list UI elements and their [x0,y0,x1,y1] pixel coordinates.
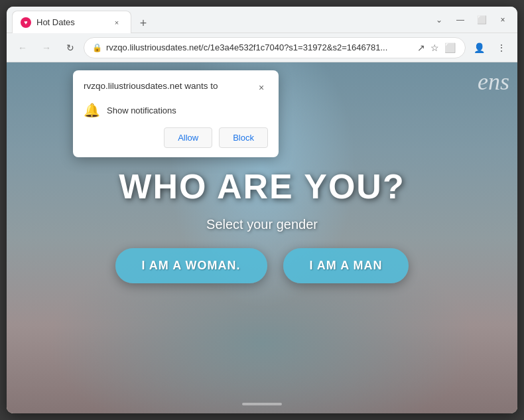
popup-action-buttons: Allow Block [84,127,268,148]
nav-bar: ← → ↻ 🔒 rvzqo.lilustriousdates.net/c/1e3… [7,33,517,62]
share-icon[interactable]: ↗ [416,41,426,54]
address-bar[interactable]: 🔒 rvzqo.lilustriousdates.net/c/1e3a4e532… [84,37,466,58]
popup-title: rvzqo.lilustriousdates.net wants to [84,81,255,91]
tab-title: Hot Dates [36,17,105,27]
notification-row-text: Show notifications [107,105,176,115]
new-tab-button[interactable]: + [134,14,153,33]
woman-button[interactable]: I AM A WOMAN. [115,248,267,283]
tab-favicon: ♥ [21,17,31,28]
window-controls: ⌄ — ⬜ × [430,11,512,29]
tab-area: ♥ Hot Dates × + [12,7,427,33]
popup-notification-row: 🔔 Show notifications [84,102,268,118]
bookmark-icon[interactable]: ☆ [429,41,440,54]
back-button[interactable]: ← [12,37,33,58]
address-text: rvzqo.lilustriousdates.net/c/1e3a4e532f1… [106,42,412,52]
address-icons: ↗ ☆ ⬜ [416,41,457,54]
popup-header: rvzqo.lilustriousdates.net wants to × [84,81,268,94]
menu-button[interactable]: ⋮ [491,37,512,58]
close-window-button[interactable]: × [493,11,512,29]
nav-extra-buttons: 👤 ⋮ [468,37,512,58]
lock-icon: 🔒 [92,43,102,52]
minimize-button[interactable]: — [451,11,470,29]
gender-buttons: I AM A WOMAN. I AM A MAN [115,248,409,283]
forward-button[interactable]: → [36,37,57,58]
browser-window: ♥ Hot Dates × + ⌄ — ⬜ × ← → ↻ 🔒 rvzqo.li… [7,7,517,413]
scroll-indicator [242,403,282,405]
notification-popup: rvzqo.lilustriousdates.net wants to × 🔔 … [73,70,279,157]
active-tab[interactable]: ♥ Hot Dates × [12,11,131,33]
page-subheading: Select your gender [206,217,318,232]
bell-icon: 🔔 [84,102,100,118]
profile-button[interactable]: 👤 [468,37,490,58]
reload-button[interactable]: ↻ [60,37,81,58]
allow-button[interactable]: Allow [164,127,212,148]
chevron-down-icon[interactable]: ⌄ [430,11,448,29]
tab-search-icon[interactable]: ⬜ [443,41,457,54]
restore-button[interactable]: ⬜ [472,11,491,29]
page-heading: WHO ARE YOU? [119,167,405,206]
man-button[interactable]: I AM A MAN [283,248,409,283]
block-button[interactable]: Block [219,127,268,148]
popup-close-button[interactable]: × [255,81,268,94]
title-bar: ♥ Hot Dates × + ⌄ — ⬜ × [7,7,517,33]
page-content: ens WHO ARE YOU? Select your gender I AM… [7,62,517,413]
tab-close-button[interactable]: × [111,17,123,29]
